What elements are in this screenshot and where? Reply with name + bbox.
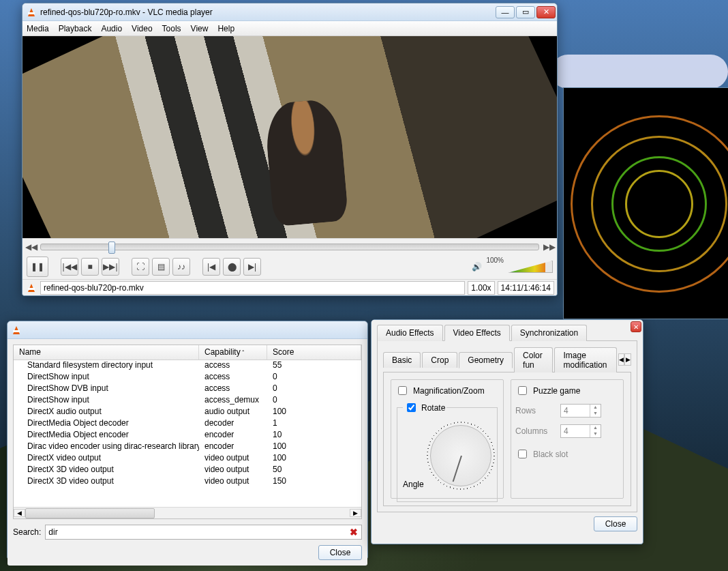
maximize-button[interactable]: ▭ bbox=[516, 6, 535, 18]
transport-row: ❚❚ |◀◀ ■ ▶▶| ⛶ ▤ ♪♪ |◀ ⬤ ▶| 🔊 100% bbox=[22, 254, 557, 279]
table-row[interactable]: DirectX 3D video outputvideo output150 bbox=[14, 476, 361, 488]
table-row[interactable]: DirectShow inputaccess0 bbox=[14, 372, 361, 383]
table-row[interactable]: DirectShow DVB inputaccess0 bbox=[14, 383, 361, 395]
menu-playback[interactable]: Playback bbox=[59, 24, 92, 33]
sub-tabs: Basic Crop Geometry Color fun Image modi… bbox=[383, 347, 631, 372]
menu-audio[interactable]: Audio bbox=[101, 24, 122, 33]
scroll-right-icon[interactable]: ▶ bbox=[350, 509, 361, 517]
seek-slider[interactable] bbox=[40, 244, 539, 250]
blackslot-checkbox[interactable]: Black slot bbox=[515, 448, 619, 460]
menu-video[interactable]: Video bbox=[132, 24, 152, 33]
search-label: Search: bbox=[13, 527, 41, 537]
scroll-thumb[interactable] bbox=[25, 508, 155, 518]
vlc-main-window: refined-qos-blu720p-ro.mkv - VLC media p… bbox=[22, 3, 558, 296]
titlebar[interactable]: refined-qos-blu720p-ro.mkv - VLC media p… bbox=[22, 3, 557, 21]
table-row[interactable]: DirectShow inputaccess_demux0 bbox=[14, 395, 361, 407]
scroll-left-icon[interactable]: ◀ bbox=[14, 509, 25, 517]
vlc-cone-icon bbox=[26, 7, 37, 18]
frame-back-button[interactable]: |◀ bbox=[202, 258, 220, 276]
h-scrollbar[interactable]: ◀ ▶ bbox=[14, 507, 361, 518]
status-filename[interactable]: refined-qos-blu720p-ro.mkv bbox=[40, 281, 465, 295]
plugins-titlebar[interactable] bbox=[7, 321, 367, 339]
rows-spinner[interactable]: 4▲▼ bbox=[560, 404, 601, 418]
table-row[interactable]: DirectX audio outputaudio output100 bbox=[14, 407, 361, 418]
menu-help[interactable]: Help bbox=[217, 24, 234, 33]
top-tabs: Audio Effects Video Effects Synchronizat… bbox=[377, 324, 637, 341]
cols-label: Columns bbox=[515, 426, 553, 436]
angle-label: Angle bbox=[403, 480, 424, 489]
seek-row: ◀◀ ▶▶ bbox=[22, 238, 557, 254]
subtab-crop[interactable]: Crop bbox=[422, 352, 457, 368]
menubar: Media Playback Audio Video Tools View He… bbox=[22, 21, 557, 36]
subtab-colorfun[interactable]: Color fun bbox=[514, 347, 553, 372]
col-name[interactable]: Name bbox=[14, 345, 199, 360]
table-row[interactable]: Dirac video encoder using dirac-research… bbox=[14, 441, 361, 453]
status-time[interactable]: 14:11/1:46:14 bbox=[498, 281, 554, 295]
table-header[interactable]: Name Capability ˆ Score bbox=[14, 345, 361, 360]
menu-tools[interactable]: Tools bbox=[162, 24, 181, 33]
puzzle-checkbox[interactable]: Puzzle game bbox=[515, 384, 619, 397]
table-row[interactable]: DirectX 3D video outputvideo output50 bbox=[14, 465, 361, 476]
seek-forward-icon[interactable]: ▶▶ bbox=[543, 242, 554, 252]
seek-back-icon[interactable]: ◀◀ bbox=[25, 242, 36, 252]
desktop-cloud bbox=[551, 55, 728, 89]
magzoom-checkbox[interactable]: Magnification/Zoom bbox=[395, 384, 499, 397]
status-cone-icon bbox=[25, 284, 37, 292]
plugins-table: Name Capability ˆ Score Standard filesys… bbox=[13, 345, 362, 519]
equalizer-button[interactable]: ♪♪ bbox=[172, 258, 190, 276]
minimize-button[interactable]: — bbox=[496, 6, 515, 18]
plugins-window: Name Capability ˆ Score Standard filesys… bbox=[7, 321, 368, 559]
status-speed[interactable]: 1.00x bbox=[468, 281, 494, 295]
angle-dial[interactable] bbox=[430, 425, 491, 486]
magnification-group: Magnification/Zoom Rotate Angle bbox=[391, 379, 504, 499]
volume-label: 100% bbox=[486, 257, 504, 264]
subtab-geometry[interactable]: Geometry bbox=[459, 352, 513, 368]
statusbar: refined-qos-blu720p-ro.mkv 1.00x 14:11/1… bbox=[22, 279, 557, 295]
background-visualizer-window bbox=[563, 87, 728, 319]
tabs-scroll-right-icon[interactable]: ▶ bbox=[624, 353, 631, 366]
stop-button[interactable]: ■ bbox=[81, 258, 99, 276]
subtab-imagemod[interactable]: Image modification bbox=[554, 347, 616, 372]
table-row[interactable]: DirectX video outputvideo output100 bbox=[14, 453, 361, 465]
subtab-basic[interactable]: Basic bbox=[383, 352, 421, 368]
clear-search-icon[interactable]: ✖ bbox=[350, 527, 358, 538]
table-row[interactable]: DirectMedia Object encoderencoder10 bbox=[14, 430, 361, 441]
puzzle-group: Puzzle game Rows 4▲▼ Columns 4▲▼ Black s… bbox=[511, 379, 624, 499]
table-row[interactable]: DirectMedia Object decoderdecoder1 bbox=[14, 418, 361, 430]
tab-audio-effects[interactable]: Audio Effects bbox=[377, 325, 443, 341]
rotate-fieldset: Rotate Angle bbox=[397, 401, 498, 502]
rows-label: Rows bbox=[515, 406, 553, 415]
volume-slider[interactable] bbox=[508, 261, 553, 273]
tab-synchronization[interactable]: Synchronization bbox=[511, 325, 587, 341]
close-icon[interactable]: ✕ bbox=[631, 321, 641, 332]
playlist-button[interactable]: ▤ bbox=[152, 258, 170, 276]
col-score[interactable]: Score bbox=[267, 345, 361, 360]
close-button[interactable]: Close bbox=[594, 516, 637, 531]
search-input[interactable] bbox=[45, 525, 362, 540]
record-button[interactable]: ⬤ bbox=[223, 258, 241, 276]
prev-button[interactable]: |◀◀ bbox=[61, 258, 78, 276]
window-title: refined-qos-blu720p-ro.mkv - VLC media p… bbox=[40, 8, 494, 17]
close-button[interactable]: Close bbox=[318, 545, 362, 560]
rotate-checkbox[interactable] bbox=[407, 403, 416, 412]
next-button[interactable]: ▶▶| bbox=[102, 258, 119, 276]
tab-video-effects[interactable]: Video Effects bbox=[444, 325, 510, 341]
cols-spinner[interactable]: 4▲▼ bbox=[560, 424, 601, 438]
table-row[interactable]: Standard filesystem directory inputacces… bbox=[14, 360, 361, 372]
seek-thumb[interactable] bbox=[108, 241, 115, 254]
close-button[interactable]: ✕ bbox=[536, 6, 556, 18]
effects-window: ✕ Audio Effects Video Effects Synchroniz… bbox=[371, 319, 643, 544]
tabs-scroll-left-icon[interactable]: ◀ bbox=[618, 353, 625, 366]
menu-media[interactable]: Media bbox=[27, 24, 49, 33]
speaker-icon[interactable]: 🔊 bbox=[472, 262, 482, 272]
menu-view[interactable]: View bbox=[191, 24, 209, 33]
video-area[interactable] bbox=[22, 36, 557, 238]
frame-fwd-button[interactable]: ▶| bbox=[243, 258, 261, 276]
pause-button[interactable]: ❚❚ bbox=[27, 257, 48, 277]
vlc-cone-icon bbox=[11, 325, 22, 336]
fullscreen-button[interactable]: ⛶ bbox=[132, 258, 149, 276]
col-capability[interactable]: Capability ˆ bbox=[199, 345, 267, 360]
